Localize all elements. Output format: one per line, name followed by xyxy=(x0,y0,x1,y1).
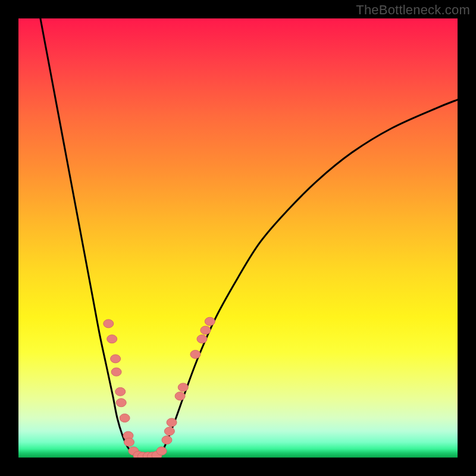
data-marker xyxy=(205,317,215,325)
data-marker xyxy=(201,326,211,334)
chart-frame: TheBottleneck.com xyxy=(0,0,476,476)
data-marker xyxy=(190,350,201,359)
data-marker xyxy=(104,320,114,328)
data-marker xyxy=(111,355,121,363)
data-marker xyxy=(167,418,177,427)
data-marker xyxy=(164,427,174,436)
data-marker xyxy=(156,447,167,455)
data-marker xyxy=(178,383,188,392)
data-marker xyxy=(197,335,207,343)
chart-svg xyxy=(18,18,458,458)
watermark-text: TheBottleneck.com xyxy=(356,2,470,18)
data-marker xyxy=(107,335,117,343)
data-marker xyxy=(111,368,121,376)
chart-plot-area xyxy=(18,18,458,458)
marker-layer xyxy=(104,317,215,458)
curve-layer xyxy=(40,18,458,458)
data-marker xyxy=(116,399,126,407)
bottleneck-curve xyxy=(40,18,458,458)
data-marker xyxy=(175,392,185,400)
data-marker xyxy=(115,387,126,396)
data-marker xyxy=(162,436,172,444)
data-marker xyxy=(120,414,130,422)
data-marker xyxy=(124,438,134,446)
